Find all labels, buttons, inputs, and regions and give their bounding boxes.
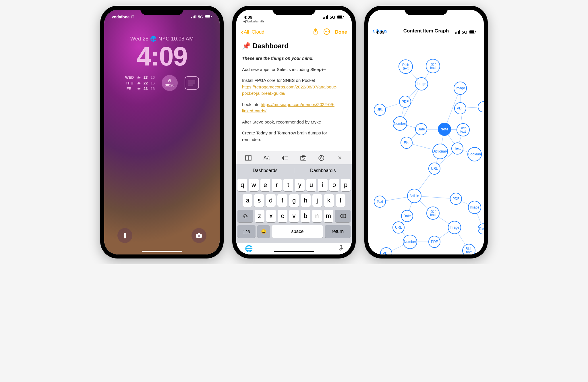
key-p[interactable]: p	[341, 179, 351, 191]
key-z[interactable]: z	[255, 210, 264, 222]
key-e[interactable]: e	[260, 179, 270, 191]
shift-key[interactable]	[237, 210, 253, 222]
graph-node-date1[interactable]: Date	[415, 124, 427, 135]
graph-node-pdf1[interactable]: PDF	[399, 96, 411, 107]
graph-node-rich_e[interactable]: Ric…	[478, 224, 484, 234]
number-key[interactable]: 123	[237, 225, 256, 238]
camera-tool[interactable]	[297, 153, 310, 163]
key-w[interactable]: w	[249, 179, 259, 191]
dismiss-keyboard[interactable]: ✕	[333, 153, 346, 163]
graph-node-image3[interactable]: Image	[468, 201, 481, 214]
suggestion[interactable]: Dashboards	[236, 168, 294, 173]
graph-node-number1[interactable]: Number	[393, 117, 407, 130]
svg-rect-44	[459, 30, 460, 34]
note-widget[interactable]	[185, 76, 199, 90]
mic-icon	[339, 245, 343, 252]
svg-rect-6	[211, 16, 212, 17]
checklist-tool[interactable]	[278, 153, 291, 163]
key-c[interactable]: c	[278, 210, 287, 222]
key-l[interactable]: l	[336, 194, 345, 207]
key-g[interactable]: g	[289, 194, 299, 207]
signal-icon	[191, 15, 196, 19]
suggestion[interactable]: Dashboard's	[294, 168, 352, 173]
graph-node-bool[interactable]: Boolean	[468, 147, 481, 161]
space-key[interactable]: space	[272, 225, 323, 238]
graph-node-text1[interactable]: Text	[452, 143, 463, 154]
weather-widget[interactable]: WED🌧2316 THU🌧2216 FRI🌧2316	[125, 75, 155, 92]
backspace-key[interactable]	[335, 210, 351, 222]
return-key[interactable]: return	[325, 225, 351, 238]
key-i[interactable]: i	[318, 179, 328, 191]
graph-node-rich5[interactable]: Richtext	[463, 244, 475, 254]
graph-node-rich2[interactable]: Richtext	[426, 59, 440, 73]
graph-node-url2[interactable]: URL	[429, 163, 440, 174]
flashlight-icon	[122, 232, 128, 239]
svg-rect-16	[327, 15, 328, 19]
graph-node-rich4[interactable]: Richtext	[427, 207, 439, 219]
home-indicator[interactable]	[274, 251, 314, 252]
key-k[interactable]: k	[324, 194, 334, 207]
graph-node-article[interactable]: Article	[407, 189, 421, 203]
graph-canvas[interactable]: RichtextRichtextImageImagePDFURLPDFIm…Nu…	[368, 52, 484, 254]
key-o[interactable]: o	[329, 179, 339, 191]
svg-text:Boolean: Boolean	[468, 152, 481, 156]
emoji-key[interactable]: 😀	[257, 225, 270, 238]
key-m[interactable]: m	[324, 210, 333, 222]
graph-node-number2[interactable]: Number	[403, 235, 417, 249]
flashlight-button[interactable]	[117, 228, 132, 243]
graph-node-date2[interactable]: Date	[401, 210, 413, 222]
share-button[interactable]	[313, 28, 318, 36]
graph-node-image4[interactable]: Image	[448, 221, 461, 234]
graph-node-pdf5[interactable]: PDF	[380, 248, 392, 254]
graph-node-image1[interactable]: Image	[415, 78, 428, 90]
key-x[interactable]: x	[266, 210, 276, 222]
key-s[interactable]: s	[254, 194, 264, 207]
graph-node-dict[interactable]: Dictionary	[432, 144, 448, 159]
lock-date: Wed 28	[130, 36, 149, 42]
globe-key[interactable]: 🌐	[245, 245, 253, 252]
graph-node-img_e[interactable]: Im…	[478, 102, 484, 112]
graph-node-url1[interactable]: URL	[374, 104, 386, 115]
graph-node-rich3[interactable]: Richtext	[457, 124, 469, 136]
graph-node-note[interactable]: Note	[438, 123, 451, 136]
more-button[interactable]	[324, 28, 330, 36]
key-j[interactable]: j	[312, 194, 322, 207]
svg-text:File: File	[404, 141, 409, 145]
svg-text:text: text	[460, 130, 466, 134]
note-body[interactable]: 📌 Dashboard These are the things on your…	[236, 38, 352, 151]
note-link[interactable]: https://retrogamecorps.com/2022/08/07/an…	[242, 84, 338, 96]
key-y[interactable]: y	[295, 179, 305, 191]
key-q[interactable]: q	[237, 179, 247, 191]
graph-node-pdf3[interactable]: PDF	[450, 193, 462, 204]
graph-node-url3[interactable]: URL	[393, 222, 404, 233]
graph-node-image2[interactable]: Image	[454, 82, 467, 94]
camera-button[interactable]	[192, 228, 206, 243]
key-d[interactable]: d	[266, 194, 276, 207]
key-r[interactable]: r	[272, 179, 282, 191]
format-tool[interactable]: Aa	[260, 153, 273, 163]
key-u[interactable]: u	[306, 179, 316, 191]
graph-node-rich1[interactable]: Richtext	[399, 60, 413, 74]
checklist-icon	[282, 155, 288, 161]
graph-node-text2[interactable]: Text	[374, 196, 386, 207]
timer-widget[interactable]: ⏱ 30:26	[162, 75, 178, 91]
back-button[interactable]: ‹ All iCloud	[241, 28, 264, 36]
dictation-key[interactable]	[339, 245, 343, 253]
key-t[interactable]: t	[283, 179, 293, 191]
key-a[interactable]: a	[243, 194, 252, 207]
timer-value: 30:26	[165, 83, 174, 87]
done-button[interactable]: Done	[335, 29, 347, 35]
table-tool[interactable]	[242, 153, 255, 163]
graph-node-pdf4[interactable]: PDF	[429, 236, 440, 248]
key-h[interactable]: h	[301, 194, 310, 207]
carrier-label: vodafone IT	[112, 15, 134, 19]
markup-tool[interactable]	[315, 153, 328, 163]
graph-node-file1[interactable]: File	[401, 137, 412, 148]
home-indicator[interactable]	[142, 251, 182, 252]
svg-text:Article: Article	[409, 194, 419, 198]
key-f[interactable]: f	[277, 194, 287, 207]
graph-node-pdf2[interactable]: PDF	[454, 103, 466, 114]
key-n[interactable]: n	[312, 210, 322, 222]
key-b[interactable]: b	[301, 210, 310, 222]
key-v[interactable]: v	[289, 210, 299, 222]
